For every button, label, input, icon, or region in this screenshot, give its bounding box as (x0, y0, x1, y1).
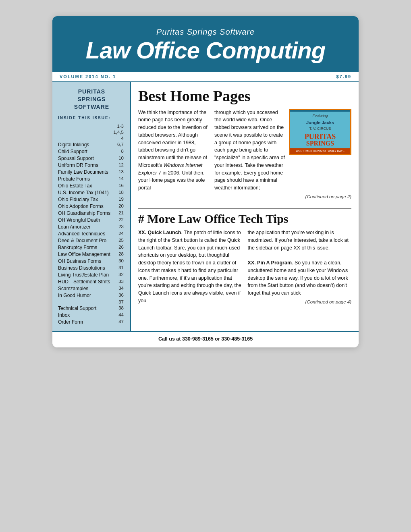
poster-top-text: OPEN EVERY DAY 1 P.M. (290, 109, 350, 112)
toc-row: Uniform DR Forms 12 (58, 162, 125, 169)
toc-row: Deed & Document Pro 25 (58, 237, 125, 244)
toc-row: U.S. Income Tax (1041) 18 (58, 189, 125, 196)
tech-tips-cols: XX. Quick Launch. The patch of little ic… (138, 229, 351, 305)
header-title: Law Office Computing (64, 38, 347, 63)
best-home-pages-right: through which you accessed the world wid… (214, 109, 285, 192)
toc-page: 31 (113, 265, 125, 272)
poster-tv: T. V. CIRCUS (309, 126, 331, 132)
toc-item-label: Technical Support (58, 305, 113, 312)
toc-page: 13 (113, 169, 125, 176)
toc-row: Law Office Management 28 (58, 251, 125, 258)
toc-row: Digital Inklings 6,7 (58, 141, 125, 148)
toc-row: 1-3 (58, 123, 125, 129)
section-divider (138, 203, 351, 203)
left-para-1: We think the importance of the home page… (138, 109, 209, 192)
toc-item-label: Scamzamples (58, 285, 113, 292)
toc-item-label: Child Support (58, 148, 113, 155)
hash-symbol: # (138, 212, 147, 225)
toc-page: 6,7 (113, 141, 125, 148)
tech-tips-left: XX. Quick Launch. The patch of little ic… (138, 229, 242, 305)
volume-label: VOLUME 2014 NO. 1 (60, 74, 116, 79)
toc-page: 25 (113, 237, 125, 244)
toc-page: 47 (113, 319, 125, 326)
toc-item-label: Ohio Fiduciary Tax (58, 196, 113, 203)
tech-tips-section: # More Law Office Tech Tips XX. Quick La… (138, 208, 351, 305)
tech-left-para: XX. Quick Launch. The patch of little ic… (138, 229, 242, 305)
toc-item-label: Deed & Document Pro (58, 237, 113, 244)
header: Puritas Springs Software Law Office Comp… (52, 16, 359, 72)
toc-item-label: U.S. Income Tax (1041) (58, 189, 113, 196)
poster-puritas-text: PURITAS (305, 133, 336, 140)
poster-main: Featuring Jungle Jacks T. V. CIRCUS PURI… (290, 112, 350, 149)
toc-row: Technical Support 38 (58, 305, 125, 312)
toc-item-label: Bankruptcy Forms (58, 244, 113, 251)
tech-right-para-2: XX. Pin A Program. So you have a clean, … (248, 259, 352, 297)
toc-row: Scamzamples 34 (58, 285, 125, 292)
toc-page: 22 (113, 217, 125, 224)
volume-bar: VOLUME 2014 NO. 1 $7.99 (52, 72, 359, 82)
tech-tips-right: the application that you're working in i… (248, 229, 352, 305)
sidebar-brand: PURITASSPRINGSSOFTWARE (58, 88, 125, 111)
toc-page: 38 (113, 305, 125, 312)
best-home-pages-left: We think the importance of the home page… (138, 109, 209, 192)
toc-row: Ohio Fiduciary Tax 19 (58, 196, 125, 203)
toc-page: 33 (113, 278, 125, 285)
toc-row: HUD—Settlement Stmts 33 (58, 278, 125, 285)
toc-page: 21 (113, 210, 125, 217)
page-wrapper: Puritas Springs Software Law Office Comp… (52, 16, 359, 347)
toc-item-label: OH Business Forms (58, 258, 113, 265)
toc-item-label (58, 299, 113, 305)
toc-item-label: HUD—Settlement Stmts (58, 278, 113, 285)
header-subtitle: Puritas Springs Software (64, 27, 347, 37)
toc-page: 10 (113, 155, 125, 162)
toc-page: 12 (113, 162, 125, 169)
toc-page: 8 (113, 148, 125, 155)
toc-item-label (58, 123, 113, 129)
footer-text: Call us at 330-989-3165 or 330-485-3165 (158, 336, 253, 342)
toc-row: Loan Amortizer 23 (58, 224, 125, 231)
toc-item-label: Loan Amortizer (58, 224, 113, 231)
best-home-pages-cols: We think the importance of the home page… (138, 109, 285, 192)
toc-item-label: Digital Inklings (58, 141, 113, 148)
tech-tips-title-text: More Law Office Tech Tips (147, 212, 289, 225)
toc-page: 30 (113, 258, 125, 265)
poster-bottom-text: WEST PARK HOWARD FAMILY DAY • SPECIAL GR… (290, 148, 350, 155)
toc-page: 20 (113, 203, 125, 210)
toc-row: 1,4,5 (58, 129, 125, 135)
toc-row: 4 (58, 135, 125, 141)
toc-item-label: Living Trust/Estate Plan (58, 272, 113, 278)
toc-row: In Good Humor 36 (58, 292, 125, 299)
toc-page: 23 (113, 224, 125, 231)
pin-program-label: XX. Pin A Program (248, 260, 292, 266)
toc-row: Living Trust/Estate Plan 32 (58, 272, 125, 278)
right-content: Best Home Pages OPEN EVERY DAY 1 P.M. Fe… (131, 82, 359, 331)
best-home-pages-continued: (Continued on page 2) (138, 193, 351, 200)
quick-launch-label: XX. Quick Launch (138, 230, 181, 235)
toc-page: 32 (113, 272, 125, 278)
toc-item-label: Uniform DR Forms (58, 162, 113, 169)
toc-row: 37 (58, 299, 125, 305)
poster-featuring: Featuring (312, 113, 328, 119)
toc-item-label: Ohio Adoption Forms (58, 203, 113, 210)
toc-item-label: Law Office Management (58, 251, 113, 258)
toc-item-label (58, 135, 113, 141)
toc-item-label: Advanced Techniques (58, 231, 113, 237)
toc-page: 36 (113, 292, 125, 299)
toc-row: OH Business Forms 30 (58, 258, 125, 265)
toc-page: 26 (113, 244, 125, 251)
toc-row: Spousal Support 10 (58, 155, 125, 162)
toc-row: Advanced Techniques 24 (58, 231, 125, 237)
toc-page: 28 (113, 251, 125, 258)
main-content: PURITASSPRINGSSOFTWARE INSIDE THIS ISSUE… (52, 82, 359, 331)
toc-item-label (58, 129, 113, 135)
toc-item-label: Probate Forms (58, 176, 113, 183)
tech-tips-continued: (Continued on page 4) (248, 299, 352, 305)
toc-row: Business Dissolutions 31 (58, 265, 125, 272)
tech-right-para-1: the application that you're working in i… (248, 229, 352, 251)
toc-row: Inbox 44 (58, 312, 125, 319)
poster-logo-area: PURITAS SPRINGS (305, 133, 336, 147)
toc-page: 16 (113, 183, 125, 189)
toc-item-label: Inbox (58, 312, 113, 319)
toc-item-label: Ohio Estate Tax (58, 183, 113, 189)
toc-item-label: In Good Humor (58, 292, 113, 299)
